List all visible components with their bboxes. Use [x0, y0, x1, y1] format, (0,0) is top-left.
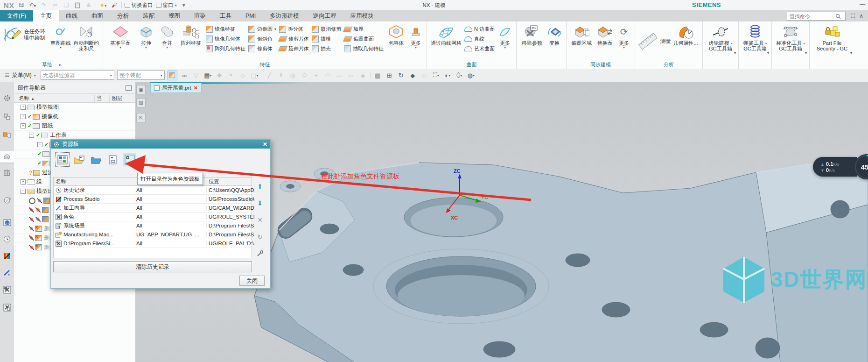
- feature-more-button[interactable]: 更多▾: [407, 22, 424, 49]
- solid-snap-icon[interactable]: ◇: [238, 71, 247, 80]
- link-icon[interactable]: ∞: [180, 71, 189, 80]
- eye-off-icon[interactable]: [35, 217, 41, 222]
- extend-sheet-button[interactable]: 延伸片体: [279, 45, 309, 53]
- expander-icon[interactable]: −: [21, 123, 26, 128]
- window-corners-icon[interactable]: ⛶▾: [432, 71, 441, 80]
- tree-row-drawing[interactable]: −✓图纸: [14, 121, 135, 131]
- bounding-body-button[interactable]: 包容体: [385, 22, 407, 46]
- offset-surface-button[interactable]: 偏置曲面: [344, 35, 384, 43]
- column-current[interactable]: 当: [94, 95, 109, 102]
- table-row[interactable]: 角色 AllUG/ROLE_SYSTEM_PAL...: [54, 213, 252, 221]
- sketch-in-task-button[interactable]: 在任务环境中绘制: [2, 22, 49, 47]
- snap-face-icon[interactable]: ▱: [335, 71, 344, 80]
- navigator-column-headers[interactable]: 名称 ▲ 当 图层: [14, 93, 135, 103]
- check-icon[interactable]: ✓: [37, 160, 42, 166]
- tab-analysis[interactable]: 分析: [110, 10, 136, 21]
- tab-view[interactable]: 视图: [161, 10, 187, 21]
- save-icon[interactable]: 🖫: [17, 2, 26, 8]
- mirror-geometry-button[interactable]: 镜像几何体: [206, 35, 245, 43]
- extract-geometry-button[interactable]: 抽取几何特征: [344, 45, 384, 53]
- machining-wizard-icon[interactable]: [1, 267, 13, 278]
- tree-row-worksheet[interactable]: −✓工作表: [14, 131, 135, 140]
- selection-list-icon[interactable]: ▤▾: [203, 71, 212, 80]
- reuse-library-icon[interactable]: [1, 167, 13, 178]
- inferred-constraints-button[interactable]: 自动判断约束和尺: [72, 22, 100, 51]
- pattern-feature-button[interactable]: 阵列特征: [177, 22, 204, 46]
- check-icon[interactable]: ✓: [37, 151, 42, 157]
- column-name[interactable]: 名称 ▲: [14, 95, 94, 102]
- fullscreen-icon[interactable]: ⛶: [851, 13, 855, 19]
- window-move-icon[interactable]: ⊞: [385, 71, 394, 80]
- selection-scope-dropdown[interactable]: 整个装配▾: [117, 71, 165, 80]
- sync-more-button[interactable]: ⟳ 更多▾: [616, 22, 632, 49]
- edge-blend-button[interactable]: 边倒圆▾: [248, 25, 276, 33]
- snap-ellipse-icon[interactable]: ⬭: [300, 71, 309, 80]
- eye-icon[interactable]: [29, 198, 35, 204]
- table-row[interactable]: 系统场景 AllD:\Program Files\Siem...: [54, 221, 252, 230]
- expander-icon[interactable]: +: [21, 179, 26, 185]
- resource-board-dialog[interactable]: 资源板 ✕ 名称 位置 历史记录 AllC:\Users\QQ\AppData.…: [50, 139, 271, 289]
- wireframe-view-icon[interactable]: ◇: [420, 71, 429, 80]
- studio-surface-button[interactable]: 艺术曲面: [464, 45, 495, 53]
- roles-icon[interactable]: [1, 284, 13, 295]
- datum-plane-button[interactable]: 基准平面▾: [105, 22, 135, 49]
- mirror-feature-button[interactable]: 镜像特征: [206, 25, 245, 33]
- header-location[interactable]: 位置: [206, 178, 254, 185]
- tab-assembly[interactable]: 装配: [136, 10, 161, 21]
- tree-row-cameras[interactable]: +✓摄像机: [14, 112, 135, 121]
- offset-region-button[interactable]: 偏置区域: [569, 22, 594, 46]
- tab-file[interactable]: 文件(F): [0, 10, 33, 21]
- minimize-ribbon-icon[interactable]: ∧: [859, 13, 863, 19]
- surface-more-button[interactable]: 更多▾: [496, 22, 514, 49]
- filter-icon[interactable]: ▽: [192, 71, 201, 80]
- snap-endpoint-icon[interactable]: ╱: [265, 71, 274, 80]
- tree-row-model-views[interactable]: +模型视图: [14, 103, 135, 112]
- tab-application[interactable]: 应用模块: [343, 10, 381, 21]
- tab-surface[interactable]: 曲面: [84, 10, 110, 21]
- snap-intersection-icon[interactable]: ＋: [312, 71, 321, 80]
- dialog-close-icon[interactable]: ✕: [263, 141, 267, 148]
- snap-curve-icon[interactable]: ◠: [323, 71, 332, 80]
- measure-button[interactable]: 测量: [637, 22, 671, 50]
- eye-off-icon[interactable]: [29, 226, 34, 231]
- split-body-button[interactable]: 拆分体: [279, 25, 309, 33]
- tab-reverse-engineering[interactable]: 逆向工程: [306, 10, 343, 21]
- move-up-button[interactable]: ⬆: [254, 181, 266, 192]
- replace-face-button[interactable]: 替换面: [594, 22, 616, 46]
- eye-off-icon[interactable]: [29, 207, 34, 213]
- edit-palette-button[interactable]: [254, 248, 266, 259]
- chamfer-button[interactable]: 倒斜角: [248, 35, 276, 43]
- clear-history-button[interactable]: 清除历史记录: [53, 261, 252, 272]
- standardization-tool-button[interactable]: 标准化工具 - GC工具箱▾: [774, 22, 807, 55]
- shaded-view-icon[interactable]: ◆: [408, 71, 417, 80]
- trim-sheet-button[interactable]: 修剪片体: [279, 35, 309, 43]
- header-name[interactable]: 名称: [54, 178, 134, 185]
- trim-body-button[interactable]: 修剪体: [248, 45, 276, 53]
- sphere-list-icon[interactable]: ◍▾: [467, 71, 476, 80]
- minimize-icon[interactable]: —: [860, 1, 865, 7]
- column-layer[interactable]: 图层: [109, 95, 135, 102]
- expander-icon[interactable]: +: [21, 105, 26, 110]
- command-search-box[interactable]: [787, 12, 846, 21]
- eye-off-icon[interactable]: [29, 245, 34, 250]
- snap-face2-icon[interactable]: ▱: [347, 71, 356, 80]
- draft-button[interactable]: 拔模: [312, 35, 341, 43]
- eye-off-icon[interactable]: [29, 217, 34, 222]
- pattern-geometry-button[interactable]: 阵列几何特征: [206, 45, 245, 53]
- snap-arrow-icon[interactable]: ↟: [277, 71, 286, 80]
- delete-palette-button[interactable]: ✕: [254, 214, 266, 226]
- boost-percent-circle[interactable]: 45%: [854, 154, 868, 179]
- window-annotate-icon[interactable]: ▥: [373, 71, 382, 80]
- unite-button[interactable]: 合并▾: [157, 22, 177, 49]
- tab-home[interactable]: 主页: [33, 10, 59, 21]
- hd3d-info-icon[interactable]: i: [1, 194, 13, 206]
- tab-curve[interactable]: 曲线: [59, 10, 84, 21]
- system-scene-icon[interactable]: [1, 302, 13, 313]
- snap-lasso-icon[interactable]: ⌖: [227, 71, 236, 80]
- refresh-palette-button[interactable]: ↻: [254, 231, 266, 242]
- sketch-curve-button[interactable]: 草图曲线▾: [49, 22, 72, 49]
- check-icon[interactable]: ✓: [28, 123, 32, 129]
- web-browser-icon[interactable]: [1, 217, 13, 228]
- table-row[interactable]: 加工向导 AllUG/CAM_WIZARD_PAL:...: [54, 204, 252, 213]
- eye-off-icon[interactable]: [35, 207, 41, 213]
